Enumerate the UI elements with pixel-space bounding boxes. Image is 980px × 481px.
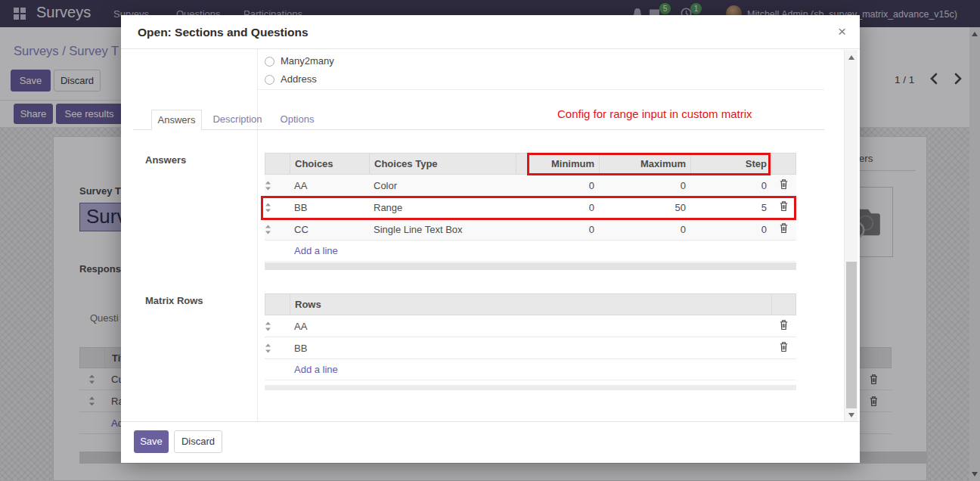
table-footer-bar [265,262,796,270]
modal-footer: Save Discard [121,421,860,463]
add-a-line-link[interactable]: Add a line [265,240,796,262]
trash-icon[interactable] [771,178,796,192]
radio-icon[interactable] [265,75,274,85]
max-cell[interactable]: 0 [599,180,690,191]
trash-icon[interactable] [771,222,796,236]
drag-handle-icon[interactable] [265,225,290,234]
screen: Surveys Surveys Questions Participations… [0,0,980,481]
modal-title: Open: Sections and Questions [138,26,309,39]
scroll-down-arrow-icon[interactable] [848,413,854,417]
modal-scrollbar[interactable] [844,50,858,421]
matrix-rows-table: Rows AA BB Add a line [265,293,796,380]
modal-dialog: Open: Sections and Questions × Many2many… [121,15,860,463]
step-cell[interactable]: 0 [690,180,771,191]
matrix-table-header: Rows [265,293,796,315]
answers-section-label: Answers [145,154,186,166]
trash-icon[interactable] [771,200,796,214]
choice-cell[interactable]: CC [290,224,369,235]
radio-label: Address [281,73,317,85]
modal-discard-button[interactable]: Discard [174,430,222,453]
step-column-header[interactable]: Step [691,154,772,174]
choice-cell[interactable]: BB [290,202,369,213]
max-cell[interactable]: 0 [599,224,690,235]
answers-row-cc[interactable]: CC Single Line Text Box 0 0 0 [265,219,796,240]
answers-table: Choices Choices Type Minimum Maximum Ste… [265,153,796,262]
step-cell[interactable]: 5 [690,202,771,213]
trash-icon[interactable] [771,341,796,355]
tab-description[interactable]: Description [209,110,265,130]
modal-save-button[interactable]: Save [134,430,169,453]
radio-icon[interactable] [265,57,274,67]
tab-answers[interactable]: Answers [151,110,202,130]
scroll-up-arrow-icon[interactable] [848,55,854,60]
modal-header: Open: Sections and Questions × [121,15,860,49]
annotation-text: Config for range input in custom matrix [557,107,752,120]
choice-cell[interactable]: AA [290,180,369,191]
matrix-rows-section-label: Matrix Rows [145,295,203,306]
row-label-cell[interactable]: BB [290,343,771,354]
maximum-column-header[interactable]: Maximum [600,154,691,174]
scrollbar-thumb[interactable] [846,262,857,408]
choices-type-column-header[interactable]: Choices Type [370,154,516,174]
drag-handle-icon[interactable] [265,181,290,191]
matrix-row-aa[interactable]: AA [265,315,796,337]
max-cell[interactable]: 50 [599,202,690,213]
type-cell[interactable]: Range [369,202,516,213]
row-label-cell[interactable]: AA [290,321,771,332]
divider [257,89,824,90]
handle-column-header [265,294,290,315]
drag-handle-icon[interactable] [265,321,290,331]
close-icon[interactable]: × [838,23,846,40]
tab-options[interactable]: Options [273,110,321,130]
type-cell[interactable]: Single Line Text Box [369,224,516,235]
min-cell[interactable]: 0 [516,180,599,191]
answers-row-aa[interactable]: AA Color 0 0 0 [265,175,796,197]
handle-column-header [265,154,290,174]
answers-row-bb[interactable]: BB Range 0 50 5 [265,197,796,219]
drag-handle-icon[interactable] [265,343,290,353]
answers-table-header: Choices Choices Type Minimum Maximum Ste… [265,153,796,175]
trash-column-header [772,294,797,315]
min-cell[interactable]: 0 [516,202,599,213]
rows-column-header[interactable]: Rows [290,294,772,315]
type-cell[interactable]: Color [369,180,516,191]
add-a-line-link[interactable]: Add a line [265,359,796,380]
matrix-row-bb[interactable]: BB [265,337,796,359]
step-cell[interactable]: 0 [690,224,771,235]
table-footer-bar [265,385,796,390]
minimum-column-header[interactable]: Minimum [516,154,600,174]
choices-column-header[interactable]: Choices [290,154,370,174]
trash-icon[interactable] [771,319,796,333]
divider [257,49,258,421]
min-cell[interactable]: 0 [516,224,599,235]
radio-label: Many2many [281,55,334,67]
drag-handle-icon[interactable] [265,203,290,213]
trash-column-header [772,154,797,174]
